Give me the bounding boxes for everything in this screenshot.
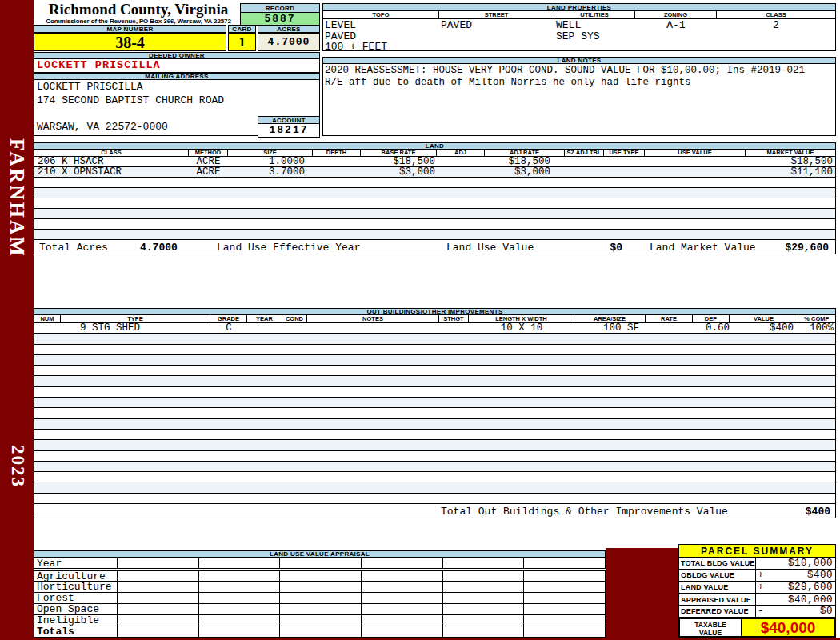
empty-cell bbox=[523, 626, 606, 638]
empty-cell bbox=[442, 604, 525, 615]
summary-label: LAND VALUE bbox=[679, 582, 755, 593]
land-totals-row: Total Acres 4.7000 Land Use Effective Ye… bbox=[34, 240, 836, 254]
out-buildings-header: NUM TYPE GRADE YEAR COND NOTES STHGT LEN… bbox=[34, 315, 836, 323]
empty-cell bbox=[198, 570, 281, 582]
land-title: LAND bbox=[34, 142, 836, 150]
empty-cell bbox=[523, 570, 606, 582]
land-empty-row bbox=[34, 178, 836, 188]
cell-cond bbox=[282, 323, 307, 333]
ob-empty-row bbox=[34, 408, 836, 418]
col-zoning: ZONING bbox=[635, 11, 717, 18]
empty-cell bbox=[198, 626, 281, 638]
empty-cell bbox=[361, 570, 443, 582]
record-card: Richmond County, Virginia Commissioner o… bbox=[34, 0, 840, 638]
ob-empty-row bbox=[34, 472, 836, 482]
county-title: Richmond County, Virginia bbox=[37, 1, 240, 18]
cell-market-value: $18,500 bbox=[746, 157, 835, 166]
land-col-use-value: USE VALUE bbox=[645, 150, 746, 156]
summary-label: DEFERRED VALUE bbox=[679, 606, 755, 617]
class-value: 2 bbox=[717, 20, 835, 31]
ob-empty-row bbox=[34, 355, 836, 366]
total-acres-value: 4.7000 bbox=[140, 241, 178, 254]
summary-value: $40,000 bbox=[788, 594, 833, 606]
appraisal-row-open-space: Open Space bbox=[34, 604, 606, 615]
land-empty-row bbox=[34, 209, 836, 219]
cell-class: 210 X OPNSTACR bbox=[34, 167, 189, 177]
empty-cell bbox=[117, 593, 199, 604]
appraisal-row-year: Year bbox=[34, 558, 606, 569]
land-section: LAND CLASS METHOD SIZE DEPTH BASE RATE A… bbox=[34, 142, 836, 254]
row-label: Agriculture bbox=[34, 570, 118, 582]
ob-col-num: NUM bbox=[34, 315, 61, 322]
appraisal-row-ineligible: Ineligible bbox=[34, 615, 606, 626]
ob-col-dep: DEP bbox=[693, 315, 730, 322]
empty-cell bbox=[442, 626, 525, 638]
zoning-value: A-1 bbox=[635, 20, 717, 31]
empty-cell bbox=[361, 593, 443, 604]
empty-cell bbox=[198, 558, 281, 569]
ob-col-type: TYPE bbox=[61, 315, 210, 322]
land-use-value-label: Land Use Value bbox=[446, 241, 534, 254]
ob-col-sthgt: STHGT bbox=[439, 315, 469, 322]
empty-cell bbox=[198, 615, 281, 626]
summary-value: $10,000 bbox=[788, 558, 833, 569]
empty-cell bbox=[117, 626, 199, 638]
row-label: Totals bbox=[34, 626, 118, 638]
cell-sthgt bbox=[439, 323, 469, 333]
empty-cell bbox=[442, 593, 525, 604]
col-utilities: UTILITIES bbox=[554, 11, 635, 18]
empty-cell bbox=[117, 615, 199, 626]
land-empty-row bbox=[34, 198, 836, 209]
ob-col-rate: RATE bbox=[646, 315, 693, 322]
out-buildings-title: OUT BUILDINGS/OTHER IMPROVEMENTS bbox=[34, 308, 836, 315]
taxable-label: TAXABLE VALUE bbox=[680, 619, 742, 636]
deeded-owner-label: DEEDED OWNER bbox=[34, 52, 320, 59]
land-col-adj: ADJ bbox=[437, 150, 485, 156]
land-col-base-rate: BASE RATE bbox=[361, 150, 437, 156]
land-col-adj-rate: ADJ RATE bbox=[485, 150, 565, 156]
cell-year bbox=[247, 323, 282, 333]
summary-label: OBLDG VALUE bbox=[679, 570, 755, 581]
ob-empty-row bbox=[34, 440, 836, 450]
cell-depth bbox=[313, 167, 361, 177]
summary-value: $400 bbox=[807, 570, 833, 581]
col-topo: TOPO bbox=[323, 11, 439, 18]
land-use-appraisal-section: LAND USE VALUE APPRAISAL Year Agricultur… bbox=[34, 550, 606, 638]
cell-rate bbox=[646, 323, 693, 333]
summary-label: TOTAL BLDG VALUE bbox=[679, 558, 755, 569]
cell-length-width: 10 X 10 bbox=[469, 323, 574, 333]
land-empty-row bbox=[34, 219, 836, 230]
land-col-market-value: MARKET VALUE bbox=[746, 150, 835, 156]
summary-sign: + bbox=[758, 570, 764, 581]
ob-empty-row bbox=[34, 387, 836, 398]
cell-method: ACRE bbox=[189, 157, 228, 166]
cell-market-value: $11,100 bbox=[746, 167, 835, 177]
land-properties-section: LAND PROPERTIES TOPO STREET UTILITIES ZO… bbox=[322, 3, 836, 51]
ob-empty-row bbox=[34, 398, 836, 408]
land-properties-title: LAND PROPERTIES bbox=[322, 3, 836, 11]
land-row: 206 K HSACR ACRE 1.0000 $18,500 $18,500 … bbox=[34, 157, 836, 167]
empty-cell bbox=[198, 604, 281, 615]
land-empty-row bbox=[34, 188, 836, 198]
empty-cell bbox=[523, 593, 606, 604]
map-number-value: 38-4 bbox=[34, 33, 226, 51]
out-buildings-section: OUT BUILDINGS/OTHER IMPROVEMENTS NUM TYP… bbox=[34, 308, 836, 518]
row-label: Horticulture bbox=[34, 582, 118, 593]
empty-cell bbox=[117, 558, 199, 569]
cell-sz-adj-tbl bbox=[565, 157, 604, 166]
ob-empty-row bbox=[34, 366, 836, 376]
ob-empty-row bbox=[34, 482, 836, 493]
cell-num bbox=[34, 323, 61, 333]
empty-cell bbox=[117, 570, 199, 582]
cell-base-rate: $18,500 bbox=[361, 157, 437, 166]
cell-method: ACRE bbox=[189, 167, 228, 177]
land-use-appraisal-title: LAND USE VALUE APPRAISAL bbox=[34, 550, 606, 558]
appraisal-row-agriculture: Agriculture bbox=[34, 570, 606, 582]
ob-col-notes: NOTES bbox=[307, 315, 439, 322]
out-buildings-total-label: Total Out Buildings & Other Improvements… bbox=[441, 505, 728, 518]
land-empty-row bbox=[34, 230, 836, 240]
land-use-value: $0 bbox=[586, 241, 622, 254]
land-notes-line2: R/E aff due to death of Milton Norris-he… bbox=[325, 77, 835, 89]
card-label: CARD bbox=[228, 25, 256, 33]
empty-cell bbox=[279, 582, 362, 593]
